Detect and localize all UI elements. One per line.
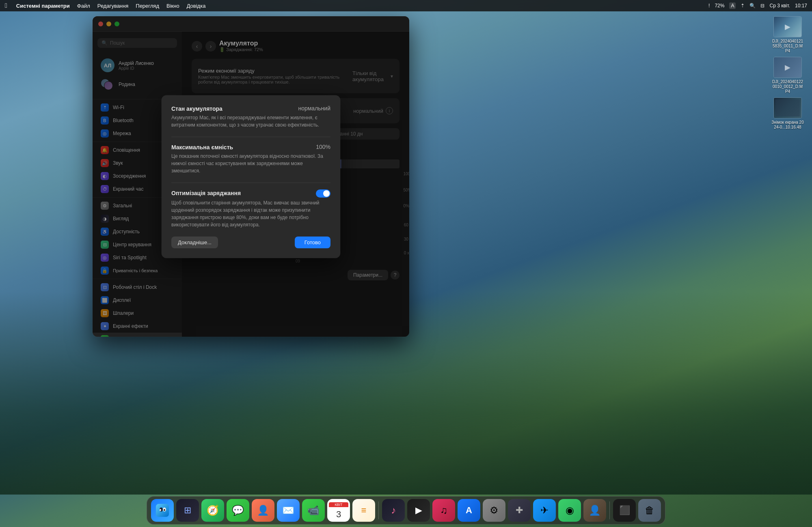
dock-item-appstore[interactable]: A bbox=[458, 499, 480, 522]
dock-separator-1 bbox=[378, 501, 379, 519]
dock-item-reminders[interactable]: ≡ bbox=[352, 499, 375, 522]
menubar-exclaim: ! bbox=[708, 3, 710, 9]
modal-capacity-row: Максимальна ємність 100% bbox=[171, 144, 330, 151]
dock-separator-2 bbox=[609, 501, 610, 519]
dock-item-messages[interactable]: 💬 bbox=[227, 499, 249, 522]
desktop-icon-thumb-video2: ▶ bbox=[773, 57, 802, 78]
menubar-controlcenter-icon[interactable]: ⊟ bbox=[760, 3, 764, 9]
menubar-input-indicator: A bbox=[729, 2, 736, 9]
dock-item-sysprefs[interactable]: ⚙ bbox=[483, 499, 505, 522]
desktop-icon-screenshot[interactable]: Знімок екрана 2024-0...10.16.48 bbox=[771, 97, 804, 130]
telegram-icon: ✈ bbox=[540, 505, 549, 516]
modal-buttons: Докладніше... Готово bbox=[171, 237, 330, 248]
menu-item-window[interactable]: Вікно bbox=[166, 3, 179, 9]
svg-point-4 bbox=[164, 509, 165, 511]
modal-condition-row: Стан акумулятора нормальний bbox=[171, 105, 330, 112]
modal-capacity-desc: Це показник поточної ємності акумулятора… bbox=[171, 153, 330, 174]
desktop-icon-label-screenshot: Знімок екрана 2024-0...10.16.48 bbox=[771, 120, 804, 130]
menu-item-view[interactable]: Перегляд bbox=[136, 3, 159, 9]
modal-section-capacity: Максимальна ємність 100% Це показник пот… bbox=[171, 144, 330, 174]
dock-item-musicapp[interactable]: ♫ bbox=[432, 499, 455, 522]
modal-condition-desc: Акумулятор Mac, як і всі перезаряджувані… bbox=[171, 114, 330, 129]
modal-optimization-desc: Щоб сповільнити старіння акумулятора, Ma… bbox=[171, 199, 330, 228]
done-button[interactable]: Готово bbox=[295, 237, 330, 248]
charge-optimization-toggle[interactable] bbox=[316, 189, 330, 198]
game-icon: 👤 bbox=[589, 505, 601, 516]
appletv-icon: ▶ bbox=[415, 505, 422, 516]
apple-menu[interactable]:  bbox=[5, 2, 7, 9]
monitor-icon: ⬛ bbox=[619, 505, 630, 516]
modal-section-condition: Стан акумулятора нормальний Акумулятор M… bbox=[171, 105, 330, 129]
modal-divider-1 bbox=[171, 137, 330, 137]
music-note-icon: ♪ bbox=[391, 505, 396, 516]
battery-health-modal: Стан акумулятора нормальний Акумулятор M… bbox=[162, 95, 340, 258]
crossover-icon: ✚ bbox=[516, 505, 523, 516]
menubar-left:  Системні параметри Файл Редагування Пе… bbox=[5, 2, 205, 9]
dock-item-facetime[interactable]: 📹 bbox=[302, 499, 325, 522]
launchpad-icon: ⊞ bbox=[184, 505, 191, 516]
calendar-day-icon: 3 bbox=[336, 510, 341, 519]
desktop-icon-thumb-video1: ▶ bbox=[773, 16, 802, 37]
desktop-icon-video1[interactable]: ▶ DJI_20240401215835_0011_D.MP4 bbox=[771, 16, 804, 54]
modal-capacity-value: 100% bbox=[316, 144, 330, 150]
menubar:  Системні параметри Файл Редагування Пе… bbox=[0, 0, 812, 11]
sysprefs-icon: ⚙ bbox=[490, 505, 499, 516]
dock-item-game[interactable]: 👤 bbox=[583, 499, 606, 522]
prefs-window: 🔍 АЛ Андрій Лисенко Apple ID Родин bbox=[93, 16, 409, 337]
dock-item-monitor[interactable]: ⬛ bbox=[613, 499, 636, 522]
dock: ⊞ 🧭 💬 👤 ✉️ 📹 КВІТ 3 ≡ ♪ ▶ ♫ A ⚙ ✚ ✈ ◉ bbox=[147, 496, 665, 525]
menubar-battery: 72% bbox=[715, 3, 724, 9]
desktop-icon-thumb-screenshot bbox=[773, 97, 802, 118]
desktop-icons: ▶ DJI_20240401215835_0011_D.MP4 ▶ DJI_20… bbox=[771, 16, 804, 130]
desktop-icon-video2[interactable]: ▶ DJI_20240401220010_0012_D.MP4 bbox=[771, 57, 804, 94]
modal-capacity-title: Максимальна ємність bbox=[171, 144, 233, 151]
dock-item-safari[interactable]: 🧭 bbox=[201, 499, 224, 522]
menu-item-file[interactable]: Файл bbox=[77, 3, 90, 9]
desktop-icon-label-video1: DJI_20240401215835_0011_D.MP4 bbox=[771, 39, 804, 54]
modal-overlay: Стан акумулятора нормальний Акумулятор M… bbox=[93, 16, 409, 337]
music-app-icon: ♫ bbox=[440, 505, 447, 516]
menu-item-help[interactable]: Довідка bbox=[187, 3, 206, 9]
dock-item-crossover[interactable]: ✚ bbox=[508, 499, 531, 522]
modal-optimization-row: Оптимізація заряджання bbox=[171, 189, 330, 198]
modal-divider-2 bbox=[171, 183, 330, 183]
menu-item-sysprefs[interactable]: Системні параметри bbox=[16, 3, 70, 9]
menubar-wifi-icon: ⇡ bbox=[741, 3, 745, 9]
modal-optimization-title: Оптимізація заряджання bbox=[171, 190, 241, 196]
dock-item-signal[interactable]: ◉ bbox=[558, 499, 581, 522]
signal-icon: ◉ bbox=[566, 505, 574, 516]
contacts-icon: 👤 bbox=[257, 505, 269, 516]
svg-point-3 bbox=[160, 509, 161, 511]
desktop-icon-label-video2: DJI_20240401220010_0012_D.MP4 bbox=[771, 80, 804, 94]
safari-icon: 🧭 bbox=[207, 505, 219, 516]
menubar-search-icon[interactable]: 🔍 bbox=[749, 3, 756, 9]
menubar-date: Ср 3 квіт. bbox=[769, 3, 790, 9]
dock-item-contacts[interactable]: 👤 bbox=[252, 499, 274, 522]
dock-item-mail[interactable]: ✉️ bbox=[277, 499, 300, 522]
menubar-right: ! 72% A ⇡ 🔍 ⊟ Ср 3 квіт. 10:17 bbox=[708, 2, 807, 9]
modal-condition-value: нормальний bbox=[298, 105, 330, 112]
dock-item-telegram[interactable]: ✈ bbox=[533, 499, 556, 522]
modal-optimization-content: Оптимізація заряджання bbox=[171, 189, 316, 197]
menubar-time: 10:17 bbox=[795, 3, 807, 9]
dock-item-finder[interactable] bbox=[151, 499, 174, 522]
calendar-month-icon: КВІТ bbox=[329, 502, 348, 507]
learn-more-button[interactable]: Докладніше... bbox=[171, 237, 218, 248]
reminders-icon: ≡ bbox=[361, 505, 367, 516]
menu-item-edit[interactable]: Редагування bbox=[97, 3, 129, 9]
dock-item-appletv[interactable]: ▶ bbox=[407, 499, 430, 522]
dock-item-trash[interactable]: 🗑 bbox=[638, 499, 661, 522]
finder-icon bbox=[156, 504, 169, 517]
dock-item-music2[interactable]: ♪ bbox=[382, 499, 405, 522]
dock-item-calendar[interactable]: КВІТ 3 bbox=[327, 499, 350, 522]
modal-section-optimization: Оптимізація заряджання Щоб сповільнити с… bbox=[171, 189, 330, 228]
dock-item-launchpad[interactable]: ⊞ bbox=[176, 499, 199, 522]
modal-capacity-content: Максимальна ємність bbox=[171, 144, 316, 151]
appstore-icon: A bbox=[466, 505, 472, 516]
mail-icon: ✉️ bbox=[282, 505, 294, 516]
trash-icon: 🗑 bbox=[645, 505, 654, 516]
messages-icon: 💬 bbox=[232, 505, 244, 516]
modal-condition-title: Стан акумулятора bbox=[171, 105, 222, 112]
facetime-icon: 📹 bbox=[307, 505, 320, 516]
modal-condition-content: Стан акумулятора bbox=[171, 105, 298, 112]
